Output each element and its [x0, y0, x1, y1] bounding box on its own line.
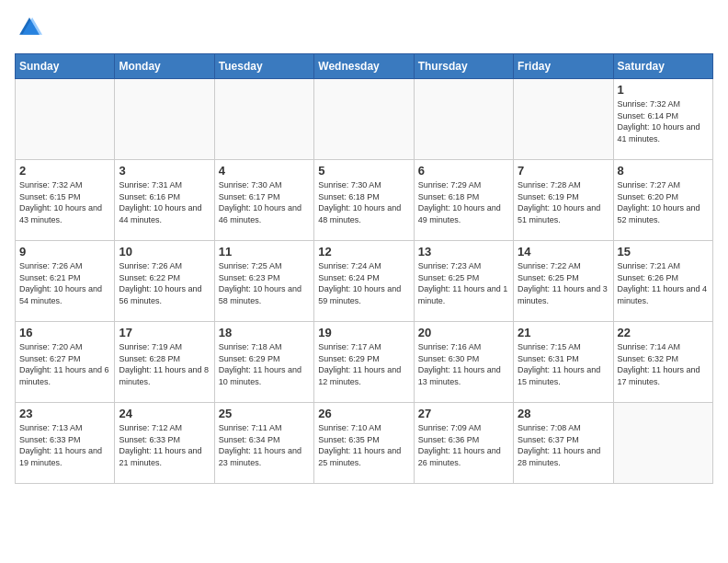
- calendar-cell: [414, 79, 513, 160]
- day-number: 17: [119, 326, 210, 339]
- day-info: Sunrise: 7:26 AM Sunset: 6:22 PM Dayligh…: [119, 260, 210, 306]
- calendar-cell: 13Sunrise: 7:23 AM Sunset: 6:25 PM Dayli…: [414, 241, 513, 322]
- day-number: 26: [318, 407, 409, 420]
- day-info: Sunrise: 7:23 AM Sunset: 6:25 PM Dayligh…: [418, 260, 509, 306]
- day-info: Sunrise: 7:11 AM Sunset: 6:34 PM Dayligh…: [219, 422, 310, 468]
- day-number: 10: [119, 245, 210, 259]
- day-info: Sunrise: 7:18 AM Sunset: 6:29 PM Dayligh…: [219, 341, 310, 387]
- day-number: 7: [518, 164, 609, 178]
- day-info: Sunrise: 7:15 AM Sunset: 6:31 PM Dayligh…: [518, 341, 609, 387]
- day-number: 6: [418, 164, 509, 178]
- day-info: Sunrise: 7:12 AM Sunset: 6:33 PM Dayligh…: [119, 422, 210, 468]
- calendar-cell: 3Sunrise: 7:31 AM Sunset: 6:16 PM Daylig…: [115, 160, 214, 241]
- day-number: 19: [318, 326, 409, 339]
- calendar-cell: 23Sunrise: 7:13 AM Sunset: 6:33 PM Dayli…: [16, 403, 115, 484]
- day-info: Sunrise: 7:19 AM Sunset: 6:28 PM Dayligh…: [119, 341, 210, 387]
- calendar-cell: 17Sunrise: 7:19 AM Sunset: 6:28 PM Dayli…: [115, 322, 214, 403]
- calendar-cell: 7Sunrise: 7:28 AM Sunset: 6:19 PM Daylig…: [514, 160, 613, 241]
- day-number: 14: [518, 245, 609, 259]
- day-number: 15: [618, 245, 709, 259]
- day-number: 18: [219, 326, 310, 339]
- logo: [15, 15, 42, 44]
- day-info: Sunrise: 7:32 AM Sunset: 6:15 PM Dayligh…: [19, 179, 110, 225]
- day-info: Sunrise: 7:27 AM Sunset: 6:20 PM Dayligh…: [618, 179, 709, 225]
- calendar-cell: 20Sunrise: 7:16 AM Sunset: 6:30 PM Dayli…: [414, 322, 513, 403]
- calendar-cell: 15Sunrise: 7:21 AM Sunset: 6:26 PM Dayli…: [613, 241, 712, 322]
- day-number: 2: [19, 164, 110, 178]
- calendar-cell: [214, 79, 313, 160]
- day-number: 25: [219, 407, 310, 420]
- calendar-cell: 2Sunrise: 7:32 AM Sunset: 6:15 PM Daylig…: [16, 160, 115, 241]
- day-number: 23: [19, 407, 110, 420]
- weekday-header-thursday: Thursday: [414, 54, 513, 79]
- calendar-cell: 11Sunrise: 7:25 AM Sunset: 6:23 PM Dayli…: [214, 241, 313, 322]
- day-info: Sunrise: 7:09 AM Sunset: 6:36 PM Dayligh…: [418, 422, 509, 468]
- weekday-header-wednesday: Wednesday: [314, 54, 414, 79]
- day-number: 3: [119, 164, 210, 178]
- day-number: 13: [418, 245, 509, 259]
- calendar-cell: 26Sunrise: 7:10 AM Sunset: 6:35 PM Dayli…: [314, 403, 414, 484]
- calendar-cell: 18Sunrise: 7:18 AM Sunset: 6:29 PM Dayli…: [214, 322, 313, 403]
- day-info: Sunrise: 7:31 AM Sunset: 6:16 PM Dayligh…: [119, 179, 210, 225]
- day-number: 27: [418, 407, 509, 420]
- header: [15, 15, 713, 44]
- calendar-table: SundayMondayTuesdayWednesdayThursdayFrid…: [15, 53, 713, 484]
- day-number: 4: [219, 164, 310, 178]
- day-info: Sunrise: 7:28 AM Sunset: 6:19 PM Dayligh…: [518, 179, 609, 225]
- calendar-cell: 27Sunrise: 7:09 AM Sunset: 6:36 PM Dayli…: [414, 403, 513, 484]
- day-info: Sunrise: 7:17 AM Sunset: 6:29 PM Dayligh…: [318, 341, 409, 387]
- day-info: Sunrise: 7:25 AM Sunset: 6:23 PM Dayligh…: [219, 260, 310, 306]
- day-info: Sunrise: 7:10 AM Sunset: 6:35 PM Dayligh…: [318, 422, 409, 468]
- calendar-cell: 19Sunrise: 7:17 AM Sunset: 6:29 PM Dayli…: [314, 322, 414, 403]
- calendar-cell: 12Sunrise: 7:24 AM Sunset: 6:24 PM Dayli…: [314, 241, 414, 322]
- day-info: Sunrise: 7:30 AM Sunset: 6:18 PM Dayligh…: [318, 179, 409, 225]
- day-info: Sunrise: 7:16 AM Sunset: 6:30 PM Dayligh…: [418, 341, 509, 387]
- calendar-cell: 4Sunrise: 7:30 AM Sunset: 6:17 PM Daylig…: [214, 160, 313, 241]
- day-number: 11: [219, 245, 310, 259]
- calendar-cell: 10Sunrise: 7:26 AM Sunset: 6:22 PM Dayli…: [115, 241, 214, 322]
- day-info: Sunrise: 7:13 AM Sunset: 6:33 PM Dayligh…: [19, 422, 110, 468]
- day-info: Sunrise: 7:08 AM Sunset: 6:37 PM Dayligh…: [518, 422, 609, 468]
- day-info: Sunrise: 7:26 AM Sunset: 6:21 PM Dayligh…: [19, 260, 110, 306]
- day-info: Sunrise: 7:21 AM Sunset: 6:26 PM Dayligh…: [618, 260, 709, 306]
- day-info: Sunrise: 7:29 AM Sunset: 6:18 PM Dayligh…: [418, 179, 509, 225]
- weekday-header-monday: Monday: [115, 54, 214, 79]
- day-number: 5: [318, 164, 409, 178]
- calendar-cell: [314, 79, 414, 160]
- calendar-cell: 25Sunrise: 7:11 AM Sunset: 6:34 PM Dayli…: [214, 403, 313, 484]
- day-info: Sunrise: 7:32 AM Sunset: 6:14 PM Dayligh…: [618, 98, 709, 144]
- day-info: Sunrise: 7:20 AM Sunset: 6:27 PM Dayligh…: [19, 341, 110, 387]
- calendar-cell: 21Sunrise: 7:15 AM Sunset: 6:31 PM Dayli…: [514, 322, 613, 403]
- day-number: 9: [19, 245, 110, 259]
- day-number: 8: [618, 164, 709, 178]
- day-number: 12: [318, 245, 409, 259]
- calendar-cell: 16Sunrise: 7:20 AM Sunset: 6:27 PM Dayli…: [16, 322, 115, 403]
- calendar-cell: 24Sunrise: 7:12 AM Sunset: 6:33 PM Dayli…: [115, 403, 214, 484]
- calendar-cell: 28Sunrise: 7:08 AM Sunset: 6:37 PM Dayli…: [514, 403, 613, 484]
- calendar-cell: 6Sunrise: 7:29 AM Sunset: 6:18 PM Daylig…: [414, 160, 513, 241]
- calendar-cell: [514, 79, 613, 160]
- day-number: 22: [618, 326, 709, 339]
- day-number: 20: [418, 326, 509, 339]
- calendar-cell: [613, 403, 712, 484]
- day-info: Sunrise: 7:22 AM Sunset: 6:25 PM Dayligh…: [518, 260, 609, 306]
- calendar-cell: 8Sunrise: 7:27 AM Sunset: 6:20 PM Daylig…: [613, 160, 712, 241]
- calendar-cell: [115, 79, 214, 160]
- weekday-header-saturday: Saturday: [613, 54, 712, 79]
- calendar-cell: 1Sunrise: 7:32 AM Sunset: 6:14 PM Daylig…: [613, 79, 712, 160]
- day-number: 16: [19, 326, 110, 339]
- day-info: Sunrise: 7:30 AM Sunset: 6:17 PM Dayligh…: [219, 179, 310, 225]
- calendar-cell: 5Sunrise: 7:30 AM Sunset: 6:18 PM Daylig…: [314, 160, 414, 241]
- day-info: Sunrise: 7:24 AM Sunset: 6:24 PM Dayligh…: [318, 260, 409, 306]
- day-number: 1: [618, 83, 709, 97]
- day-number: 21: [518, 326, 609, 339]
- day-info: Sunrise: 7:14 AM Sunset: 6:32 PM Dayligh…: [618, 341, 709, 387]
- weekday-header-friday: Friday: [514, 54, 613, 79]
- day-number: 28: [518, 407, 609, 420]
- calendar-cell: [16, 79, 115, 160]
- weekday-header-tuesday: Tuesday: [214, 54, 313, 79]
- calendar-cell: 9Sunrise: 7:26 AM Sunset: 6:21 PM Daylig…: [16, 241, 115, 322]
- calendar-cell: 14Sunrise: 7:22 AM Sunset: 6:25 PM Dayli…: [514, 241, 613, 322]
- day-number: 24: [119, 407, 210, 420]
- calendar-cell: 22Sunrise: 7:14 AM Sunset: 6:32 PM Dayli…: [613, 322, 712, 403]
